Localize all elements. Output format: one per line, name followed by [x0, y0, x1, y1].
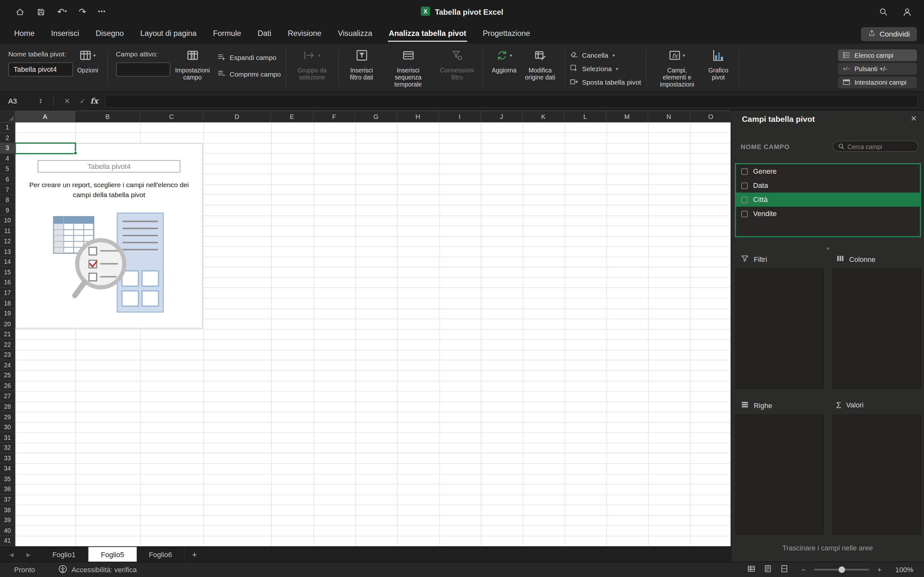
row-header-15[interactable]: 15	[0, 267, 15, 277]
save-icon[interactable]	[37, 7, 45, 16]
row-header-6[interactable]: 6	[0, 174, 15, 184]
column-header-E[interactable]: E	[271, 111, 313, 122]
move-pivottable-button[interactable]: Sposta tabella pivot	[569, 77, 641, 89]
cells-area[interactable]: Tabella pivot4 Per creare un report, sce…	[15, 122, 731, 546]
row-header-12[interactable]: 12	[0, 236, 15, 247]
zoom-slider[interactable]	[814, 569, 869, 571]
redo-icon[interactable]: ↷	[79, 7, 86, 16]
row-header-40[interactable]: 40	[0, 525, 15, 536]
row-header-17[interactable]: 17	[0, 288, 15, 298]
field-list-toggle[interactable]: Elenco campi	[838, 49, 917, 61]
sheet-tab-foglio6[interactable]: Foglio6	[136, 546, 185, 562]
field-search-box[interactable]	[833, 141, 919, 152]
column-header-K[interactable]: K	[523, 111, 564, 122]
row-header-37[interactable]: 37	[0, 494, 15, 504]
row-header-27[interactable]: 27	[0, 391, 15, 401]
name-box-stepper[interactable]: ▲ ▼	[39, 98, 42, 104]
column-header-F[interactable]: F	[313, 111, 355, 122]
sheet-nav-right-icon[interactable]: ▶	[27, 551, 31, 557]
filters-dropzone[interactable]	[735, 269, 824, 389]
sheet-nav-left-icon[interactable]: ◀	[9, 551, 13, 557]
column-header-A[interactable]: A	[15, 111, 75, 122]
column-header-N[interactable]: N	[648, 111, 690, 122]
field-checkbox-data[interactable]	[741, 182, 748, 189]
row-header-9[interactable]: 9	[0, 205, 15, 215]
zoom-in-icon[interactable]: +	[877, 566, 882, 574]
field-checkbox-vendite[interactable]	[741, 211, 748, 217]
ribbon-tab-disegno[interactable]: Disegno	[87, 23, 132, 43]
row-header-11[interactable]: 11	[0, 226, 15, 236]
row-header-24[interactable]: 24	[0, 360, 15, 370]
name-box[interactable]: A3	[0, 97, 39, 105]
row-header-33[interactable]: 33	[0, 453, 15, 463]
row-header-30[interactable]: 30	[0, 422, 15, 432]
sheet-tab-foglio1[interactable]: Foglio1	[40, 546, 89, 562]
cancel-entry-icon[interactable]: ✕	[64, 97, 70, 105]
ribbon-tab-dati[interactable]: Dati	[249, 23, 279, 43]
row-header-35[interactable]: 35	[0, 474, 15, 484]
row-header-38[interactable]: 38	[0, 505, 15, 515]
zoom-slider-knob[interactable]	[838, 566, 845, 572]
field-item-genere[interactable]: Genere	[736, 164, 920, 178]
columns-dropzone[interactable]	[833, 269, 921, 389]
field-item-vendite[interactable]: Vendite	[736, 207, 920, 221]
normal-view-icon[interactable]	[747, 564, 756, 574]
ribbon-tab-inserisci[interactable]: Inserisci	[43, 23, 87, 43]
row-header-34[interactable]: 34	[0, 464, 15, 474]
row-header-22[interactable]: 22	[0, 340, 15, 350]
row-header-32[interactable]: 32	[0, 443, 15, 453]
ribbon-tab-layout-di-pagina[interactable]: Layout di pagina	[132, 23, 205, 43]
column-header-O[interactable]: O	[690, 111, 731, 122]
insert-function-icon[interactable]: fx	[90, 97, 98, 105]
ribbon-tab-visualizza[interactable]: Visualizza	[330, 23, 381, 43]
row-header-4[interactable]: 4	[0, 153, 15, 164]
row-header-39[interactable]: 39	[0, 515, 15, 525]
field-settings-button[interactable]: Impostazioni campo	[170, 44, 215, 81]
column-header-G[interactable]: G	[355, 111, 397, 122]
ribbon-tab-formule[interactable]: Formule	[205, 23, 249, 43]
field-item-citt[interactable]: Città	[736, 193, 920, 207]
add-sheet-button[interactable]: +	[192, 550, 197, 559]
row-header-18[interactable]: 18	[0, 298, 15, 308]
pivotchart-button[interactable]: Grafico pivot	[703, 44, 734, 81]
clear-button[interactable]: Cancella ▾	[569, 49, 641, 61]
column-header-I[interactable]: I	[439, 111, 481, 122]
field-headers-toggle[interactable]: Intestazioni campi	[838, 77, 917, 89]
share-button[interactable]: Condividi	[861, 27, 917, 41]
undo-icon[interactable]: ↶▾	[57, 7, 67, 16]
row-header-10[interactable]: 10	[0, 215, 15, 226]
formula-input[interactable]	[105, 95, 918, 107]
row-header-19[interactable]: 19	[0, 308, 15, 319]
select-all-corner[interactable]	[0, 111, 15, 122]
fill-handle[interactable]	[74, 151, 78, 155]
plus-minus-buttons-toggle[interactable]: +/− Pulsanti +/-	[838, 63, 917, 75]
field-checkbox-genere[interactable]	[741, 168, 748, 174]
row-header-29[interactable]: 29	[0, 412, 15, 422]
active-field-input[interactable]	[116, 63, 170, 77]
row-header-14[interactable]: 14	[0, 257, 15, 267]
row-header-31[interactable]: 31	[0, 432, 15, 443]
ribbon-tab-progettazione[interactable]: Progettazione	[475, 23, 538, 43]
accessibility-status[interactable]: Accessibilità: verifica	[58, 564, 137, 575]
row-header-2[interactable]: 2	[0, 133, 15, 143]
row-header-36[interactable]: 36	[0, 484, 15, 494]
refresh-button[interactable]: ▾ Aggiorna	[488, 44, 521, 74]
values-dropzone[interactable]	[833, 414, 921, 535]
collapse-field-button[interactable]: Comprimi campo	[217, 69, 281, 79]
row-header-5[interactable]: 5	[0, 164, 15, 174]
field-checkbox-citt[interactable]	[741, 197, 748, 203]
options-button[interactable]: ▾ Opzioni	[73, 44, 102, 74]
ribbon-tab-home[interactable]: Home	[6, 23, 43, 43]
rows-dropzone[interactable]	[735, 414, 824, 535]
row-header-16[interactable]: 16	[0, 277, 15, 287]
ribbon-tab-revisione[interactable]: Revisione	[279, 23, 330, 43]
field-search-input[interactable]	[847, 143, 913, 150]
ribbon-tab-analizza-tabella-pivot[interactable]: Analizza tabella pivot	[381, 23, 475, 43]
more-icon[interactable]: •••	[98, 7, 106, 16]
row-header-3[interactable]: 3	[0, 143, 15, 153]
zoom-out-icon[interactable]: −	[801, 566, 806, 574]
insert-slicer-button[interactable]: Inserisci filtro dati	[343, 44, 380, 81]
panel-splitter-dot[interactable]	[827, 247, 829, 250]
column-header-M[interactable]: M	[606, 111, 648, 122]
row-header-21[interactable]: 21	[0, 329, 15, 340]
